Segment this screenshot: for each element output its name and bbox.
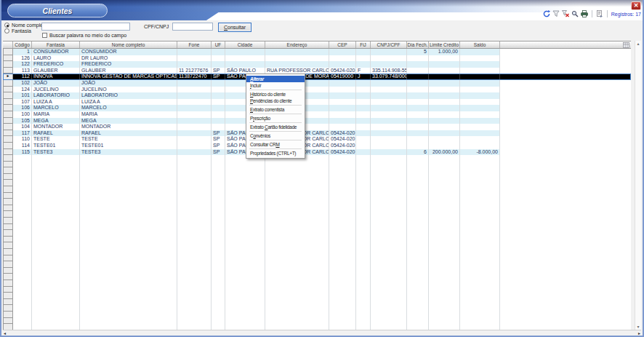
menu-item-extrato-correntista[interactable]: Extrato correntista bbox=[246, 106, 305, 113]
table-row[interactable]: 101LABORATORIOLABORATORIO bbox=[3, 92, 631, 99]
row-selector[interactable] bbox=[3, 92, 13, 99]
checkbox-buscar-meio[interactable]: Buscar palavra no meio do campo bbox=[42, 33, 126, 38]
column-header-fone[interactable]: Fone bbox=[177, 41, 212, 48]
column-header-fij[interactable]: FiJ bbox=[356, 41, 371, 48]
row-selector[interactable] bbox=[3, 61, 13, 68]
table-cell: 1.000,00 bbox=[429, 49, 460, 55]
menu-item-prescricao[interactable]: Prescrição bbox=[246, 115, 305, 122]
table-cell bbox=[265, 49, 329, 55]
table-row[interactable]: 124JUCELINOJUCELINO bbox=[3, 87, 631, 93]
grid-options-icon[interactable] bbox=[622, 42, 629, 48]
table-row[interactable]: 106MARCELOMARCELO bbox=[3, 105, 631, 111]
menu-item-consultar-crm[interactable]: Consultar CRM bbox=[246, 141, 305, 148]
menu-item-convenios[interactable]: Convênios bbox=[246, 132, 305, 139]
table-cell bbox=[407, 318, 429, 325]
column-header-fantasia[interactable]: Fantasia bbox=[32, 41, 80, 48]
column-header-cnpj-cpf[interactable]: CNPJ/CPF bbox=[371, 41, 407, 48]
row-selector[interactable] bbox=[3, 130, 13, 137]
menu-item-propriedades-ctrl-t[interactable]: Propriedades (CTRL+T) bbox=[246, 150, 305, 156]
row-selector[interactable] bbox=[3, 105, 13, 111]
scroll-up-icon[interactable]: ▴ bbox=[637, 41, 639, 47]
empty-row bbox=[3, 280, 631, 287]
table-cell bbox=[13, 242, 32, 249]
table-row[interactable]: 104MONTADORMONTADOR bbox=[3, 124, 631, 130]
vertical-scrollbar[interactable]: ▴ ▾ bbox=[635, 41, 641, 330]
table-row[interactable]: 110TESTETESTESPSÃO PAULORUA PROFESSOR CA… bbox=[3, 136, 631, 143]
table-cell bbox=[329, 224, 356, 231]
table-row[interactable]: 114TESTE01TESTE01SPSÃO PAULORUA PROFESSO… bbox=[3, 143, 631, 149]
export-icon[interactable] bbox=[596, 10, 603, 17]
column-header-limite-credito[interactable]: Limite Crédito bbox=[429, 41, 460, 48]
menu-item-historico-do-cliente[interactable]: Histórico do cliente bbox=[246, 91, 305, 98]
row-selector[interactable] bbox=[3, 80, 13, 87]
row-selector[interactable] bbox=[3, 136, 13, 143]
print-icon[interactable] bbox=[581, 10, 588, 17]
row-selector[interactable] bbox=[3, 68, 13, 74]
table-row[interactable]: ▸112INNOVAINNOVA GESTAO DE MARCAS OPTICA… bbox=[3, 74, 631, 80]
table-row[interactable]: 107LUIZA ALUIZA A bbox=[3, 99, 631, 106]
consultar-button[interactable]: Consultar bbox=[218, 23, 251, 32]
column-header-nome-completo[interactable]: Nome completo bbox=[80, 41, 177, 48]
menu-item-extrato-cartao-fidelidade[interactable]: Extrato Cartão fidelidade bbox=[246, 124, 305, 130]
scroll-right-icon[interactable]: ▸ bbox=[638, 330, 640, 336]
filter-icon[interactable] bbox=[552, 10, 560, 17]
search-input[interactable] bbox=[41, 23, 130, 31]
table-cell bbox=[371, 255, 407, 262]
row-selector[interactable] bbox=[3, 55, 13, 62]
table-cell bbox=[460, 87, 500, 93]
table-row[interactable]: 100MARIAMARIA bbox=[3, 111, 631, 118]
refresh-icon[interactable] bbox=[543, 10, 550, 17]
scroll-down-icon[interactable]: ▾ bbox=[637, 324, 639, 330]
column-header-dia-fech[interactable]: Dia Fech. bbox=[407, 41, 429, 48]
scroll-left-icon[interactable]: ◂ bbox=[4, 330, 6, 336]
grid-toolbar: Registros: 17 bbox=[543, 9, 643, 18]
table-cell bbox=[212, 174, 225, 181]
column-header-saldo[interactable]: Saldo bbox=[460, 41, 500, 48]
table-cell bbox=[407, 174, 429, 181]
row-selector[interactable]: ▸ bbox=[3, 74, 13, 80]
table-cell: 117 bbox=[13, 130, 32, 137]
table-row[interactable]: 105MEGAMEGA bbox=[3, 118, 631, 124]
table-cell bbox=[429, 55, 460, 62]
radio-fantasia[interactable]: Fantasia bbox=[4, 28, 31, 33]
column-header-uf[interactable]: UF bbox=[212, 41, 225, 48]
table-cell bbox=[177, 305, 212, 312]
row-selector[interactable] bbox=[3, 87, 13, 93]
table-cell bbox=[13, 237, 32, 243]
table-row[interactable]: 122FREDERICOFREDERICO bbox=[3, 61, 631, 68]
table-cell bbox=[407, 74, 429, 80]
table-row[interactable]: 102JOÃOJOÃO bbox=[3, 80, 631, 87]
table-row[interactable]: 1CONSUMIDORCONSUMIDOR51.000,00 bbox=[3, 49, 631, 55]
row-selector[interactable] bbox=[3, 149, 13, 156]
column-header-codigo[interactable]: Código bbox=[13, 41, 32, 48]
column-header-cidade[interactable]: Cidade bbox=[225, 41, 265, 48]
row-selector[interactable] bbox=[3, 99, 13, 106]
table-row[interactable]: 115TESTE3TESTE3SPSÃO PAULORUA PROFESSOR … bbox=[3, 149, 631, 156]
table-row[interactable]: 117RAFAELRAFAELSPSÃO PAULORUA PROFESSOR … bbox=[3, 130, 631, 137]
table-row[interactable]: 113GLAUBERGLAUBER11 21277676SPSÃO PAULOR… bbox=[3, 68, 631, 74]
row-selector[interactable] bbox=[3, 143, 13, 149]
table-row[interactable]: 126LAURODR LAURO bbox=[3, 55, 631, 62]
horizontal-scrollbar[interactable]: ◂ ▸ bbox=[3, 330, 641, 336]
table-cell bbox=[80, 237, 177, 243]
clientes-tab[interactable]: Clientes bbox=[7, 4, 108, 17]
menu-item-pendencias-do-cliente[interactable]: Pendências do cliente bbox=[246, 98, 305, 104]
row-selector[interactable] bbox=[3, 49, 13, 55]
table-cell bbox=[429, 180, 460, 186]
table-cell bbox=[407, 242, 429, 249]
table-cell: 33.079.748/0001-80 bbox=[371, 74, 407, 80]
search-icon[interactable] bbox=[571, 10, 579, 17]
row-selector[interactable] bbox=[3, 111, 13, 118]
column-header-endereco[interactable]: Endereço bbox=[265, 41, 329, 48]
table-cell bbox=[212, 49, 225, 55]
cpf-cnpj-input[interactable] bbox=[172, 23, 213, 31]
filter-clear-icon[interactable] bbox=[562, 10, 569, 17]
column-header-cep[interactable]: CEP bbox=[329, 41, 356, 48]
table-cell: FREDERICO bbox=[32, 61, 80, 68]
row-selector[interactable] bbox=[3, 124, 13, 130]
toolbar-separator bbox=[607, 10, 608, 17]
menu-item-incluir[interactable]: Incluir bbox=[246, 82, 305, 89]
row-selector[interactable] bbox=[3, 118, 13, 124]
table-cell: 1138722470 bbox=[177, 74, 212, 80]
menu-item-alterar[interactable]: Alterar bbox=[246, 76, 305, 82]
